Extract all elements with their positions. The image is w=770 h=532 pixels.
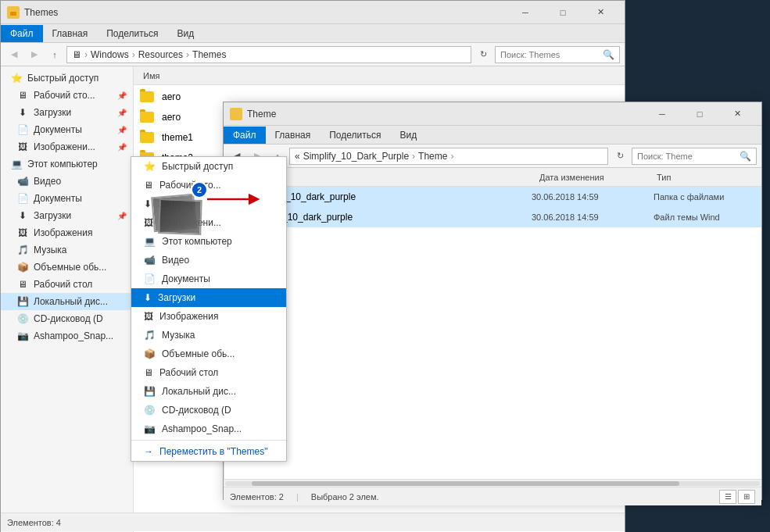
theme-file-row-2[interactable]: Simplify_10_dark_purple 30.06.2018 14:59… bbox=[224, 207, 761, 227]
breadcrumb-windows[interactable]: Windows bbox=[91, 49, 129, 60]
theme-file-row-1[interactable]: Simplify_10_dark_purple 30.06.2018 14:59… bbox=[224, 187, 761, 207]
ctx-desktop-icon: 🖥 bbox=[144, 180, 153, 191]
document-icon: 📄 bbox=[16, 123, 29, 136]
image-icon: 🖼 bbox=[16, 141, 29, 153]
theme-maximize-btn[interactable]: □ bbox=[682, 106, 718, 122]
theme-bc-simplify[interactable]: Simplify_10_Dark_Purple bbox=[303, 151, 409, 162]
ctx-thispc[interactable]: 💻 Этот компьютер bbox=[131, 232, 286, 251]
col-header-name[interactable]: Имя bbox=[140, 71, 618, 80]
ctx-3d[interactable]: 📦 Объемные обь... bbox=[131, 345, 286, 363]
theme-tab-home[interactable]: Главная bbox=[266, 127, 321, 144]
themes-minimize-btn[interactable]: ─ bbox=[507, 5, 543, 20]
ctx-desk2-icon: 🖥 bbox=[144, 367, 153, 378]
ctx-star-icon: ⭐ bbox=[144, 161, 156, 172]
theme-filetype-1: Папка с файлами bbox=[654, 192, 755, 202]
themes-up-btn[interactable]: ↑ bbox=[46, 46, 63, 63]
ctx-music[interactable]: 🎵 Музыка bbox=[131, 326, 286, 345]
theme-tab-share[interactable]: Поделиться bbox=[320, 127, 390, 144]
ctx-music-label: Музыка bbox=[162, 330, 195, 341]
themes-tab-view[interactable]: Вид bbox=[167, 25, 203, 42]
themes-win-controls: ─ □ ✕ bbox=[507, 5, 618, 20]
sidebar-item-docs2[interactable]: 📄 Документы bbox=[1, 190, 133, 207]
theme-breadcrumb[interactable]: « Simplify_10_Dark_Purple › Theme › bbox=[289, 148, 608, 165]
ctx-video[interactable]: 📹 Видео bbox=[131, 251, 286, 270]
sidebar-item-this-pc[interactable]: 💻 Этот компьютер bbox=[1, 155, 133, 173]
ctx-docs[interactable]: 📄 Документы bbox=[131, 270, 286, 288]
theme-tab-view[interactable]: Вид bbox=[390, 127, 426, 144]
sidebar-item-documents[interactable]: 📄 Документы 📌 bbox=[1, 121, 133, 138]
sidebar-item-downloads2[interactable]: ⬇ Загрузки 📌 bbox=[1, 207, 133, 224]
folder-icon2 bbox=[140, 112, 154, 123]
theme-title-bar: Theme ─ □ ✕ bbox=[224, 102, 761, 126]
themes-title: Themes bbox=[24, 7, 503, 18]
sidebar-item-images2[interactable]: 🖼 Изображения bbox=[1, 224, 133, 241]
themes-maximize-btn[interactable]: □ bbox=[545, 5, 581, 20]
theme-hscrollbar[interactable] bbox=[224, 479, 761, 487]
ctx-cd[interactable]: 💿 CD-дисковод (D bbox=[131, 401, 286, 420]
theme-hscroll-thumb[interactable] bbox=[252, 481, 679, 486]
ctx-localdisk[interactable]: 💾 Локальный дис... bbox=[131, 382, 286, 401]
themes-tab-home[interactable]: Главная bbox=[43, 25, 98, 42]
col-type-header[interactable]: Тип bbox=[654, 173, 755, 182]
theme-main: Имя Дата изменения Тип Simplify_10_dark_… bbox=[224, 168, 761, 479]
sidebar-item-3d[interactable]: 📦 Объемные обь... bbox=[1, 259, 133, 276]
ctx-move-to[interactable]: → Переместить в "Themes" bbox=[131, 442, 286, 461]
sidebar-item-desktop[interactable]: 🖥 Рабочий сто... 📌 bbox=[1, 87, 133, 104]
sidebar-item-cd[interactable]: 💿 CD-дисковод (D bbox=[1, 310, 133, 327]
themes-ribbon: Файл Главная Поделиться Вид bbox=[1, 24, 625, 43]
view-large-btn[interactable]: ⊞ bbox=[738, 490, 755, 504]
sidebar-item-ashampoo[interactable]: 📷 Ashampoo_Snap... bbox=[1, 327, 133, 345]
sidebar-item-quick-access[interactable]: ⭐ Быстрый доступ bbox=[1, 70, 133, 87]
sidebar-item-images[interactable]: 🖼 Изображени... 📌 bbox=[1, 138, 133, 155]
themes-title-bar: Themes ─ □ ✕ bbox=[1, 1, 625, 24]
ctx-thispc-label: Этот компьютер bbox=[162, 236, 232, 247]
breadcrumb-themes[interactable]: Themes bbox=[192, 49, 226, 60]
ashampoo-icon: 📷 bbox=[16, 330, 29, 342]
col-date-header[interactable]: Дата изменения bbox=[536, 173, 654, 182]
theme-status-items: Элементов: 2 bbox=[230, 492, 284, 502]
theme-tab-file[interactable]: Файл bbox=[224, 127, 266, 144]
themes-refresh-btn[interactable]: ↻ bbox=[475, 46, 492, 63]
themes-tab-file[interactable]: Файл bbox=[1, 25, 43, 42]
ctx-download-icon2: ⬇ bbox=[144, 292, 152, 303]
theme-bc-theme[interactable]: Theme bbox=[418, 151, 447, 162]
theme-status-bar: Элементов: 2 | Выбрано 2 элем. ☰ ⊞ bbox=[224, 487, 761, 505]
sidebar-item-localdisk[interactable]: 💾 Локальный дис... bbox=[1, 293, 133, 310]
theme-minimize-btn[interactable]: ─ bbox=[644, 106, 680, 122]
theme-filename-2: Simplify_10_dark_purple bbox=[246, 212, 527, 223]
themes-address-bar: ◀ ▶ ↑ 🖥 › Windows › Resources › Themes ↻… bbox=[1, 43, 625, 66]
ctx-downloads2[interactable]: ⬇ Загрузки bbox=[131, 288, 286, 307]
ctx-ashampoo[interactable]: 📷 Ashampoo_Snap... bbox=[131, 420, 286, 438]
theme-close-btn[interactable]: ✕ bbox=[719, 106, 755, 122]
themes-forward-btn[interactable]: ▶ bbox=[26, 46, 43, 63]
search-icon: 🔍 bbox=[603, 49, 614, 60]
theme-bc-sep2: › bbox=[450, 151, 453, 162]
sidebar-item-music[interactable]: 🎵 Музыка bbox=[1, 241, 133, 259]
themes-search-box: 🔍 bbox=[495, 46, 620, 63]
sidebar-item-desktop2[interactable]: 🖥 Рабочий стол bbox=[1, 276, 133, 293]
theme-refresh-btn[interactable]: ↻ bbox=[611, 148, 629, 165]
theme-search-input[interactable] bbox=[637, 152, 736, 161]
theme-status-selected: Выбрано 2 элем. bbox=[311, 492, 379, 502]
ctx-video-icon: 📹 bbox=[144, 255, 156, 266]
themes-close-btn[interactable]: ✕ bbox=[582, 5, 618, 20]
ctx-snap-icon: 📷 bbox=[144, 423, 156, 434]
themes-tab-share[interactable]: Поделиться bbox=[97, 25, 167, 42]
sidebar-item-downloads[interactable]: ⬇ Загрузки 📌 bbox=[1, 104, 133, 121]
star-icon: ⭐ bbox=[10, 72, 23, 84]
view-details-btn[interactable]: ☰ bbox=[719, 490, 736, 504]
themes-breadcrumb[interactable]: 🖥 › Windows › Resources › Themes bbox=[66, 46, 471, 63]
ctx-images2[interactable]: 🖼 Изображения bbox=[131, 307, 286, 326]
ctx-quick-access-label: Быстрый доступ bbox=[162, 161, 233, 172]
theme-ribbon: Файл Главная Поделиться Вид bbox=[224, 126, 761, 145]
ctx-quick-access[interactable]: ⭐ Быстрый доступ bbox=[131, 157, 286, 176]
sidebar-item-video[interactable]: 📹 Видео bbox=[1, 173, 133, 190]
themes-back-btn[interactable]: ◀ bbox=[5, 46, 23, 63]
ctx-move-icon: → bbox=[144, 446, 153, 457]
ctx-desk2-label: Рабочий стол bbox=[159, 367, 218, 378]
themes-search-input[interactable] bbox=[500, 50, 600, 59]
theme-window-icon bbox=[230, 108, 242, 120]
breadcrumb-resources[interactable]: Resources bbox=[138, 49, 183, 60]
ctx-desk2[interactable]: 🖥 Рабочий стол bbox=[131, 363, 286, 382]
theme-filedate-1: 30.06.2018 14:59 bbox=[532, 192, 649, 202]
